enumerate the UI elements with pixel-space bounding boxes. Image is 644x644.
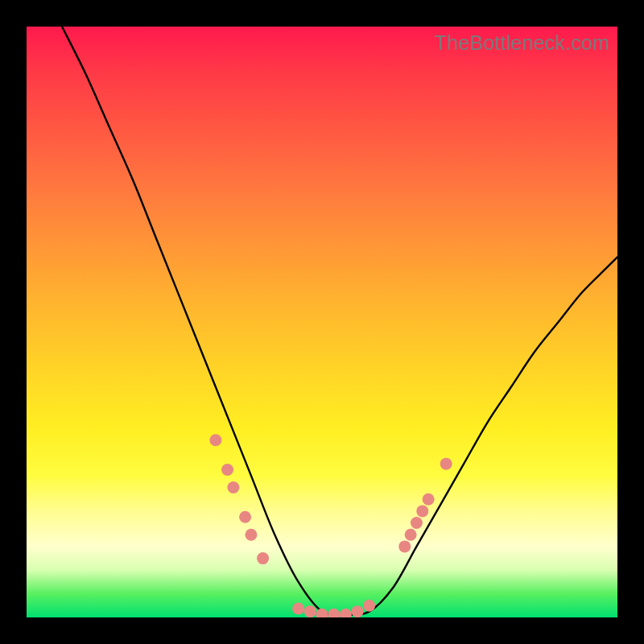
marker-dot: [423, 493, 435, 506]
marker-dot: [328, 609, 340, 617]
watermark-text: TheBottleneck.com: [435, 31, 609, 55]
marker-dot: [440, 458, 452, 470]
outer-frame: TheBottleneck.com: [0, 0, 644, 644]
marker-dot: [292, 602, 304, 614]
plot-area: TheBottleneck.com: [27, 27, 617, 617]
marker-dot: [245, 529, 257, 541]
marker-dot: [304, 605, 316, 617]
marker-dot: [227, 481, 239, 493]
bottleneck-curve: [62, 27, 617, 615]
marker-dot: [398, 540, 411, 552]
marker-dot: [340, 609, 352, 617]
marker-dot: [221, 464, 233, 476]
marker-dot: [352, 605, 364, 617]
marker-dot: [209, 434, 221, 446]
marker-dot: [411, 517, 423, 529]
marker-dot: [316, 609, 328, 617]
chart-svg: [27, 27, 617, 617]
marker-dot: [257, 552, 269, 564]
marker-dot: [363, 600, 375, 612]
marker-dot: [416, 505, 428, 517]
marker-dot: [239, 511, 251, 523]
marker-dot: [405, 529, 417, 541]
